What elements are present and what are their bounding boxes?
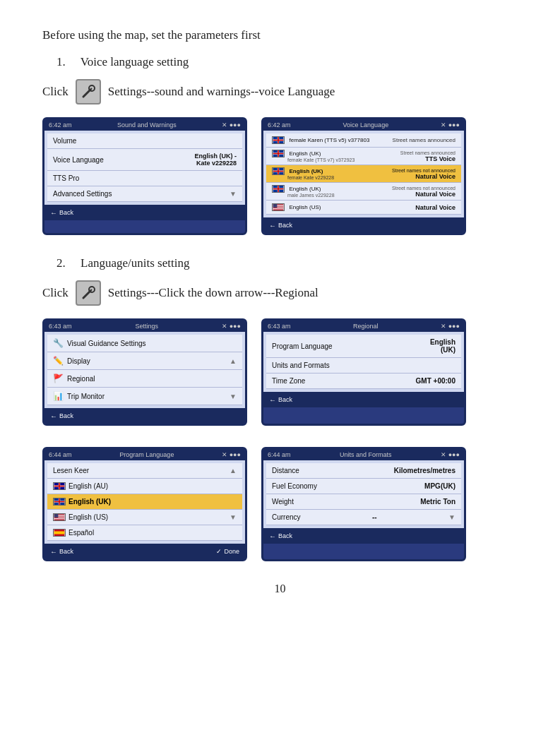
sw-time: 6:42 am	[49, 121, 72, 129]
vl-row-kate-tts: English (UK) female Kate (TTS v7) v37292…	[266, 148, 461, 165]
karen-name: female Karen (TTS v5) v377803	[290, 137, 370, 143]
st-title: Settings	[72, 323, 222, 330]
pl-back-label: Back	[59, 548, 73, 555]
uf-currency-label: Currency	[272, 513, 301, 521]
svg-rect-22	[278, 186, 279, 192]
uf-time: 6:44 am	[268, 451, 291, 458]
vl-back-btn[interactable]: ← Back	[269, 222, 292, 229]
pl-es-label: Español	[53, 529, 94, 537]
section1-click-line: Click Settings--sound and warnings--voic…	[42, 79, 518, 104]
us-name: English (US)	[290, 204, 321, 210]
flag-uk-4	[272, 185, 285, 193]
page-number: 10	[42, 582, 518, 595]
svg-rect-7	[278, 137, 279, 143]
svg-rect-17	[278, 168, 279, 174]
uf-back-btn[interactable]: ← Back	[269, 532, 292, 540]
click-suffix-2: Settings---Click the down arrow---Region…	[108, 286, 318, 300]
st-visual-label: 🔧 Visual Guidance Settings	[53, 338, 146, 348]
settings-icon-2	[76, 280, 101, 306]
section2-click-line: Click Settings---Click the down arrow---…	[42, 280, 518, 306]
pl-header: 6:44 am Program Language ✕ ●●●	[44, 449, 245, 460]
uf-distance-value: Kilometres/metres	[394, 467, 455, 474]
kate-nat-sub: female Kate v229228	[272, 175, 392, 180]
section1-heading: Voice language setting	[81, 55, 189, 68]
vl-body: female Karen (TTS v5) v377803 Street nam…	[263, 131, 464, 217]
kate-nat-side: Street names not announced	[392, 168, 455, 173]
rg-time: 6:43 am	[268, 323, 291, 330]
checkmark-icon: ✓	[216, 548, 222, 555]
uf-scroll-down: ▼	[448, 513, 455, 521]
svg-rect-44	[54, 519, 65, 520]
st-trip-label: 📊 Trip Monitor	[53, 391, 105, 401]
vl-row-karen: female Karen (TTS v5) v377803 Street nam…	[266, 133, 461, 148]
screenshots-row-1: 6:42 am Sound and Warnings ✕ ●●● Volume …	[42, 117, 518, 235]
pl-body: Lesen Keer ▲ English (AU)	[44, 460, 245, 544]
flag-us-pl	[53, 513, 66, 521]
pl-row-lesen: Lesen Keer ▲	[47, 463, 242, 479]
sw-voice-value: English (UK) -Kate v229228	[195, 153, 237, 167]
display-icon: ✏️	[53, 356, 64, 366]
st-back-label: Back	[59, 412, 73, 419]
uf-row-weight: Weight Metric Ton	[266, 494, 461, 510]
st-regional-label: 🚩 Regional	[53, 374, 95, 383]
pl-footer: ← Back ✓ Done	[44, 544, 245, 559]
rg-header: 6:43 am Regional ✕ ●●●	[263, 321, 464, 332]
screen-sound-warnings: 6:42 am Sound and Warnings ✕ ●●● Volume …	[42, 117, 247, 235]
vl-header: 6:42 am Voice Language ✕ ●●●	[263, 119, 464, 131]
pl-done-btn[interactable]: ✓ Done	[216, 548, 239, 555]
vl-footer: ← Back	[263, 217, 464, 233]
uf-fuel-label: Fuel Economy	[272, 482, 317, 490]
flag-uk-pl	[53, 498, 66, 506]
rg-body: Program Language English(UK) Units and F…	[263, 332, 464, 392]
screen-program-language: 6:44 am Program Language ✕ ●●● Lesen Kee…	[42, 447, 247, 561]
st-back-btn[interactable]: ← Back	[50, 412, 73, 420]
pl-done-label: Done	[224, 548, 239, 555]
james-type: Natural Voice	[392, 191, 455, 198]
rg-tz-label: Time Zone	[272, 377, 305, 385]
screenshots-row-3: 6:44 am Program Language ✕ ●●● Lesen Kee…	[42, 447, 518, 561]
uf-row-currency: Currency -- ▼	[266, 510, 461, 525]
uf-back-label: Back	[278, 532, 292, 539]
uf-header: 6:44 am Units and Formats ✕ ●●●	[263, 449, 464, 460]
uf-fuel-value: MPG(UK)	[424, 482, 455, 490]
pl-title: Program Language	[72, 451, 222, 458]
section2-number: 2.	[56, 256, 66, 270]
uf-icons: ✕ ●●●	[441, 451, 460, 458]
guidance-icon: 🔧	[53, 338, 64, 348]
uf-row-distance: Distance Kilometres/metres	[266, 463, 461, 479]
pl-uk-label: English (UK)	[53, 498, 111, 506]
pl-row-uk: English (UK)	[47, 494, 242, 510]
uf-weight-value: Metric Ton	[420, 498, 455, 506]
flag-icon-st: 🚩	[53, 374, 64, 383]
vl-icons: ✕ ●●●	[441, 121, 460, 129]
st-row-regional: 🚩 Regional	[47, 370, 242, 388]
rg-lang-value: English(UK)	[430, 338, 455, 354]
rg-icons: ✕ ●●●	[441, 323, 460, 330]
flag-es	[53, 529, 66, 537]
flag-uk-2	[272, 150, 285, 157]
st-row-visual: 🔧 Visual Guidance Settings	[47, 335, 242, 352]
section1-title: 1. Voice language setting	[56, 55, 518, 69]
svg-rect-47	[54, 532, 65, 534]
rg-back-btn[interactable]: ← Back	[269, 396, 292, 404]
kate-nat-right: Street names not announced Natural Voice	[392, 168, 455, 180]
sw-footer: ← Back	[44, 205, 245, 220]
vl-row-kate-natural: English (UK) female Kate v229228 Street …	[266, 165, 461, 183]
vl-row-us: English (US) Natural Voice	[266, 201, 461, 215]
section2-title: 2. Language/units setting	[56, 256, 518, 270]
click-suffix-1: Settings--sound and warnings--voice Lang…	[108, 85, 335, 99]
svg-rect-45	[54, 514, 59, 518]
rg-row-units: Units and Formats	[266, 358, 461, 374]
kate-nat-name: English (UK)	[290, 168, 323, 174]
screen-sound-header: 6:42 am Sound and Warnings ✕ ●●●	[44, 119, 245, 131]
st-time: 6:43 am	[49, 323, 72, 330]
svg-rect-27	[273, 204, 278, 208]
flag-au	[53, 482, 66, 490]
pl-back-btn[interactable]: ← Back	[50, 548, 73, 556]
screenshots-row-2: 6:43 am Settings ✕ ●●● 🔧 Visual Guidance…	[42, 318, 518, 426]
sw-row-voice: Voice Language English (UK) -Kate v22922…	[47, 149, 242, 171]
sw-back-btn[interactable]: ← Back	[50, 209, 73, 217]
svg-rect-12	[278, 150, 279, 157]
uf-distance-label: Distance	[272, 467, 299, 474]
sw-voice-label: Voice Language	[53, 156, 104, 164]
